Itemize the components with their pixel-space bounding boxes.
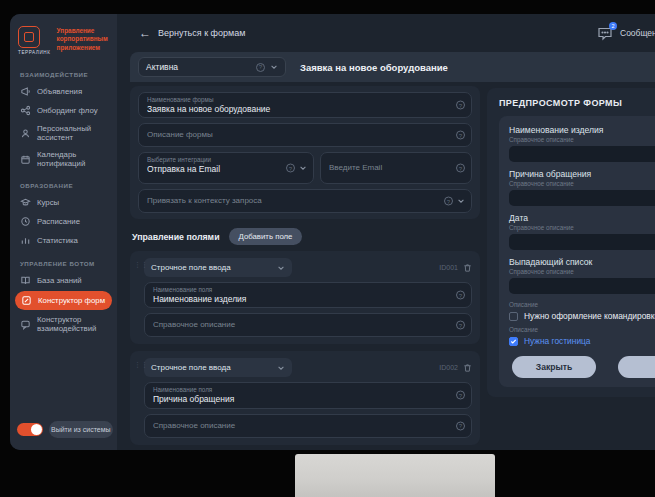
preview-field-label: Выпадающий список xyxy=(509,257,655,267)
preview-field-input[interactable] xyxy=(509,234,655,250)
checkbox-unchecked-icon xyxy=(509,312,518,321)
preview-title: ПРЕДПРОСМОТР ФОРМЫ xyxy=(499,98,655,108)
field-type-value: Строчное поле ввода xyxy=(151,363,277,372)
context-select[interactable]: Привязать к контексту запроса ? xyxy=(138,189,472,213)
sidebar-item-label: Персональный ассистент xyxy=(37,124,107,142)
form-description-input[interactable]: Описание формы ? xyxy=(138,123,472,147)
flow-icon xyxy=(20,105,31,116)
sidebar: ТЕРРАЛИНК Управление корпоративным прило… xyxy=(10,14,117,450)
checkbox-label: Нужна гостиница xyxy=(524,336,591,346)
sidebar-section-bot-management: УПРАВЛЕНИЕ БОТОМ xyxy=(10,250,117,271)
chevron-down-icon xyxy=(277,264,285,272)
sidebar-item-courses[interactable]: Курсы xyxy=(10,193,117,212)
form-editor: Наименование формы Заявка на новое обору… xyxy=(130,86,480,450)
messages-button[interactable]: 2 Сообщения xyxy=(597,26,655,41)
question-icon: ? xyxy=(456,291,465,300)
sidebar-item-interaction-builder[interactable]: Конструктор взаимодействий xyxy=(10,311,117,337)
chat-icon: 2 xyxy=(597,26,614,41)
form-header: Активна ? Заявка на новое оборудование xyxy=(130,52,655,82)
field-name-input[interactable]: Наименование поля Причина обращения ? xyxy=(144,382,472,408)
context-placeholder: Привязать к контексту запроса xyxy=(147,193,449,209)
trash-icon[interactable] xyxy=(463,363,472,373)
field-description-input[interactable]: Справочное описание ? xyxy=(144,414,472,438)
checkbox-label: Нужно оформление командировки xyxy=(524,311,655,321)
theme-toggle[interactable] xyxy=(17,423,43,436)
fields-section-title: Управление полями xyxy=(132,232,220,242)
megaphone-icon xyxy=(20,86,31,97)
toggle-knob xyxy=(31,424,42,435)
trash-icon[interactable] xyxy=(463,263,472,273)
app-window: ТЕРРАЛИНК Управление корпоративным прило… xyxy=(10,14,655,450)
logo-text: ТЕРРАЛИНК xyxy=(18,50,51,55)
sidebar-item-label: Календарь нотификаций xyxy=(37,150,107,168)
sidebar-item-label: Расписание xyxy=(37,217,80,226)
preview-field-input[interactable] xyxy=(509,146,655,162)
integration-label: Выберите интеграции xyxy=(147,156,291,164)
field-name-input[interactable]: Наименование поля Наименование изделия ? xyxy=(144,282,472,308)
logout-button[interactable]: Выйти из системы xyxy=(49,421,113,438)
integration-select[interactable]: Выберите интеграции Отправка на Email ? xyxy=(138,152,314,184)
interactions-icon xyxy=(20,319,31,330)
field-type-select[interactable]: Строчное поле ввода xyxy=(144,358,292,377)
chevron-down-icon xyxy=(299,164,307,172)
preview-field-label: Причина обращения xyxy=(509,169,655,179)
preview-submit-button[interactable] xyxy=(618,356,655,378)
preview-field-sublabel: Справочное описание xyxy=(509,180,655,187)
back-label: Вернуться к формам xyxy=(158,28,245,38)
sidebar-item-notification-calendar[interactable]: Календарь нотификаций xyxy=(10,146,117,172)
sidebar-item-label: Конструктор форм xyxy=(38,296,105,305)
preview-field-label: Наименование изделия xyxy=(509,125,655,135)
sidebar-item-announcements[interactable]: Объявления xyxy=(10,82,117,101)
preview-field-sublabel: Справочное описание xyxy=(509,224,655,231)
email-input[interactable]: Введите Email ? xyxy=(320,152,472,184)
field-name-label: Наименование поля xyxy=(153,386,449,394)
sidebar-item-label: Конструктор взаимодействий xyxy=(37,315,107,333)
form-status-select[interactable]: Активна ? xyxy=(138,57,286,77)
sidebar-item-label: База знаний xyxy=(37,276,82,285)
terralink-logo-icon xyxy=(18,26,40,48)
form-status-value: Активна xyxy=(146,62,251,72)
preview-field-input[interactable] xyxy=(509,278,655,294)
question-icon: ? xyxy=(256,63,265,72)
chevron-down-icon xyxy=(270,63,278,71)
field-id: ID002 xyxy=(439,364,458,371)
monitor-mockup: ТЕРРАЛИНК Управление корпоративным прило… xyxy=(0,0,655,497)
preview-checkbox-business-trip[interactable]: Нужно оформление командировки xyxy=(509,311,655,321)
form-description-placeholder: Описание формы xyxy=(147,127,449,143)
sidebar-item-personal-assistant[interactable]: Персональный ассистент xyxy=(10,120,117,146)
question-icon: ? xyxy=(456,321,465,330)
form-name-input[interactable]: Наименование формы Заявка на новое обору… xyxy=(138,92,472,118)
schedule-icon xyxy=(20,216,31,227)
add-field-button[interactable]: Добавить поле xyxy=(229,228,303,245)
assistant-icon xyxy=(20,128,31,139)
drag-handle-icon[interactable]: ⋮⋮ xyxy=(134,363,139,366)
knowledge-icon xyxy=(20,275,31,286)
form-preview-panel: ПРЕДПРОСМОТР ФОРМЫ Наименование изделия … xyxy=(487,88,655,397)
sidebar-item-schedule[interactable]: Расписание xyxy=(10,212,117,231)
sidebar-item-statistics[interactable]: Статистика xyxy=(10,231,117,250)
app-title: Управление корпоративным приложением xyxy=(57,26,109,52)
preview-field-input[interactable] xyxy=(509,190,655,206)
stats-icon xyxy=(20,235,31,246)
form-title: Заявка на новое оборудование xyxy=(300,62,448,73)
monitor-stand xyxy=(295,454,495,497)
preview-field: Выпадающий список Справочное описание xyxy=(509,257,655,294)
field-card: ⋮⋮ Строчное поле ввода ID002 Наименовани… xyxy=(130,351,480,444)
chevron-down-icon xyxy=(457,197,465,205)
preview-field-sublabel: Справочное описание xyxy=(509,268,655,275)
sidebar-item-form-builder[interactable]: Конструктор форм xyxy=(15,291,112,310)
back-to-forms-link[interactable]: ← Вернуться к формам xyxy=(139,26,245,40)
field-id: ID001 xyxy=(439,264,458,271)
drag-handle-icon[interactable]: ⋮⋮ xyxy=(134,263,139,266)
field-card: ⋮⋮ Строчное поле ввода ID001 Наименовани… xyxy=(130,251,480,344)
preview-field: Наименование изделия Справочное описание xyxy=(509,125,655,162)
field-type-select[interactable]: Строчное поле ввода xyxy=(144,258,292,277)
preview-close-button[interactable]: Закрыть xyxy=(512,356,596,378)
field-description-input[interactable]: Справочное описание ? xyxy=(144,313,472,337)
sidebar-item-knowledge-base[interactable]: База знаний xyxy=(10,271,117,290)
form-name-label: Наименование формы xyxy=(147,96,449,104)
question-icon: ? xyxy=(456,101,465,110)
sidebar-item-label: Объявления xyxy=(37,87,82,96)
sidebar-item-onboarding-flow[interactable]: Онбординг флоу xyxy=(10,101,117,120)
preview-checkbox-hotel[interactable]: Нужна гостиница xyxy=(509,336,655,346)
